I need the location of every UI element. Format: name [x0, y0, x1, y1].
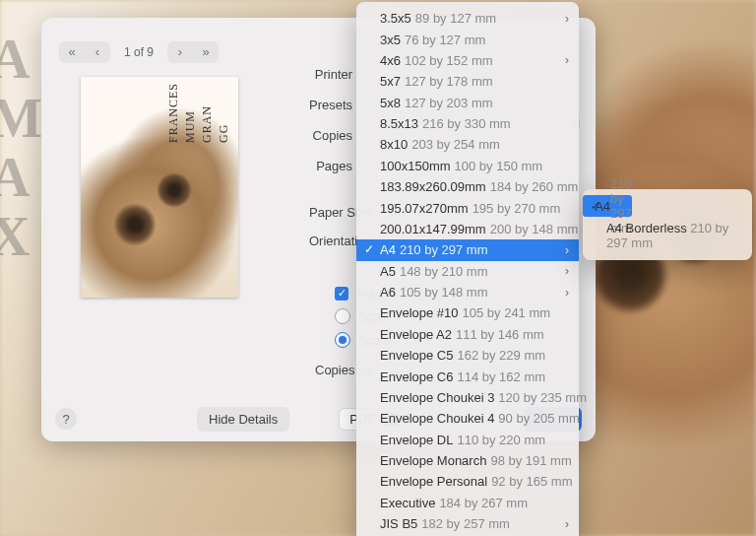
paper-size-option[interactable]: 3x5 76 by 127 mm: [356, 29, 579, 49]
paper-size-option[interactable]: Envelope Monarch 98 by 191 mm: [356, 450, 579, 471]
paper-size-option[interactable]: Envelope C6 114 by 162 mm: [356, 366, 579, 386]
paper-size-option[interactable]: 5x7 127 by 178 mm: [356, 71, 579, 92]
page-nav: « ‹ 1 of 9 › »: [59, 41, 219, 63]
paper-size-submenu[interactable]: A4 210 by 297 mmA4 Borderless 210 by 297…: [583, 189, 752, 260]
paper-size-option[interactable]: 3.5x5 89 by 127 mm›: [356, 8, 579, 29]
paper-size-variant[interactable]: A4 210 by 297 mm: [583, 195, 632, 217]
paper-size-option[interactable]: Envelope Choukei 3 120 by 235 mm: [356, 387, 579, 408]
paper-size-option[interactable]: 5x8 127 by 203 mm: [356, 93, 579, 113]
chevron-right-icon: ›: [565, 243, 569, 257]
paper-size-option[interactable]: 183.89x260.09mm 184 by 260 mm: [356, 176, 579, 197]
paper-size-option[interactable]: Envelope A2 111 by 146 mm: [356, 324, 579, 345]
pages-label: Pages: [309, 159, 352, 173]
paper-size-option[interactable]: 100x150mm 100 by 150 mm: [356, 156, 579, 176]
print-preview: FRANCES MUM GRAN GG: [81, 77, 238, 298]
paper-size-option[interactable]: 195.07x270mm 195 by 270 mm: [356, 197, 579, 218]
chevron-right-icon: ›: [565, 53, 569, 67]
paper-size-option[interactable]: A4 210 by 297 mm›: [356, 239, 579, 260]
paper-size-option[interactable]: 200.01x147.99mm 200 by 148 mm: [356, 219, 579, 239]
paper-size-option[interactable]: JIS B5 182 by 257 mm›: [356, 513, 579, 534]
check-icon: ✓: [335, 287, 348, 301]
background-text-decor: AM AX: [0, 30, 42, 266]
copies-label: Copies: [309, 128, 352, 143]
paper-size-option[interactable]: Executive 184 by 267 mm: [356, 493, 579, 513]
paper-size-option[interactable]: Envelope C5 162 by 229 mm: [356, 345, 579, 366]
paper-size-option[interactable]: A5 148 by 210 mm›: [356, 261, 579, 282]
chevron-right-icon: ›: [565, 517, 569, 531]
paper-size-option[interactable]: 8.5x13 216 by 330 mm: [356, 113, 579, 134]
nav-left-group: « ‹: [59, 41, 110, 63]
chevron-right-icon: ›: [565, 286, 569, 300]
chevron-right-icon: ›: [565, 12, 569, 26]
help-button[interactable]: ?: [55, 408, 77, 430]
chevron-right-icon: ›: [565, 264, 569, 278]
nav-right-group: › »: [167, 41, 219, 63]
page-indicator: 1 of 9: [124, 45, 154, 59]
radio-icon: [335, 332, 350, 348]
paper-size-option[interactable]: Envelope Personal 92 by 165 mm: [356, 471, 579, 492]
radio-icon: [335, 308, 350, 324]
paper-size-option[interactable]: 4x6 102 by 152 mm›: [356, 50, 579, 71]
paper-size-option[interactable]: 8x10 203 by 254 mm: [356, 134, 579, 155]
printer-label: Printer: [309, 67, 352, 82]
paper-size-option[interactable]: Envelope #10 105 by 241 mm: [356, 302, 579, 323]
prev-page-button[interactable]: ‹: [85, 41, 110, 63]
paper-size-option[interactable]: Envelope Choukei 4 90 by 205 mm: [356, 408, 579, 429]
paper-size-option[interactable]: Envelope DL 110 by 220 mm: [356, 430, 579, 450]
preview-photo: FRANCES MUM GRAN GG: [81, 77, 238, 298]
paper-size-menu[interactable]: 3.5x5 89 by 127 mm›3x5 76 by 127 mm4x6 1…: [356, 2, 579, 536]
last-page-button[interactable]: »: [193, 41, 219, 63]
next-page-button[interactable]: ›: [167, 41, 193, 63]
field-labels-1: Printer Presets Copies Pages: [309, 67, 352, 173]
paper-size-option[interactable]: A6 105 by 148 mm›: [356, 282, 579, 302]
preview-names: FRANCES MUM GRAN GG: [165, 83, 232, 143]
paper-size-variant[interactable]: A4 Borderless 210 by 297 mm: [583, 217, 752, 254]
presets-label: Presets: [309, 98, 352, 112]
first-page-button[interactable]: «: [59, 41, 85, 63]
hide-details-button[interactable]: Hide Details: [197, 407, 289, 432]
